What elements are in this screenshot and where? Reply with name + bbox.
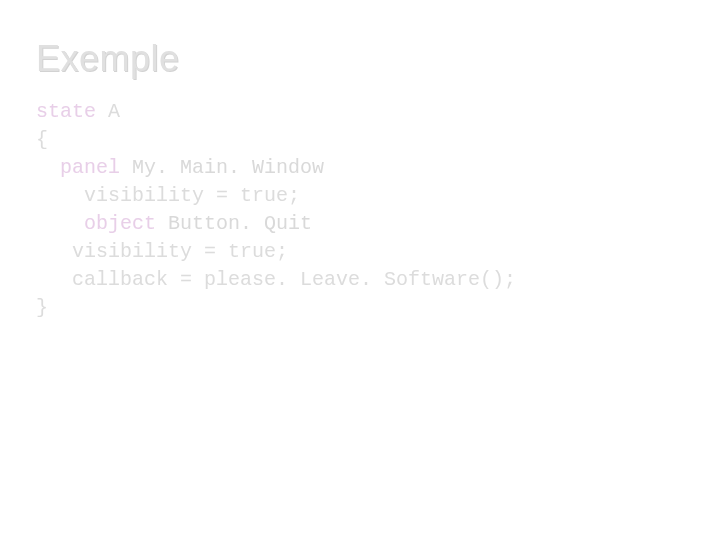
slide-title: Exemple xyxy=(36,38,684,80)
identifier-a: A xyxy=(108,100,120,123)
brace-close: } xyxy=(36,296,48,319)
identifier-window: My. Main. Window xyxy=(132,156,324,179)
code-line-visibility2: visibility = true; xyxy=(36,240,288,263)
identifier-buttonquit: Button. Quit xyxy=(168,212,312,235)
code-text xyxy=(36,156,60,179)
code-text xyxy=(120,156,132,179)
code-line-visibility1: visibility = true; xyxy=(36,184,300,207)
code-line-callback: callback = please. Leave. Software(); xyxy=(36,268,516,291)
code-text xyxy=(36,212,84,235)
code-text xyxy=(156,212,168,235)
brace-open: { xyxy=(36,128,48,151)
keyword-object: object xyxy=(84,212,156,235)
keyword-state: state xyxy=(36,100,96,123)
code-block: state A { panel My. Main. Window visibil… xyxy=(36,98,684,322)
keyword-panel: panel xyxy=(60,156,120,179)
slide: Exemple state A { panel My. Main. Window… xyxy=(0,0,720,540)
code-text xyxy=(96,100,108,123)
